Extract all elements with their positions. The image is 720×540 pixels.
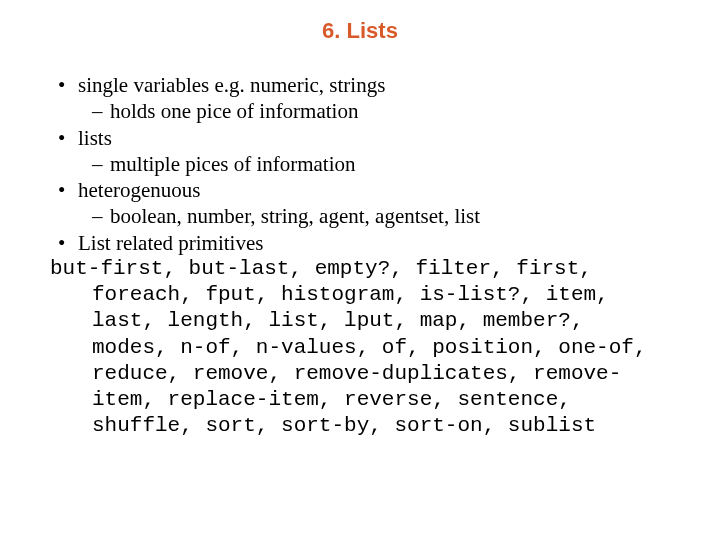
slide-title: 6. Lists [50,18,670,44]
subbullet-types: boolean, number, string, agent, agentset… [50,203,670,229]
subbullet-holds-one: holds one pice of information [50,98,670,124]
primitives-list: but-first, but-last, empty?, filter, fir… [50,256,670,440]
slide-content: single variables e.g. numeric, strings h… [50,72,670,440]
bullet-single-variables: single variables e.g. numeric, strings [50,72,670,98]
bullet-heterogenuous: heterogenuous [50,177,670,203]
subbullet-multiple: multiple pices of information [50,151,670,177]
bullet-primitives: List related primitives [50,230,670,256]
bullet-lists: lists [50,125,670,151]
